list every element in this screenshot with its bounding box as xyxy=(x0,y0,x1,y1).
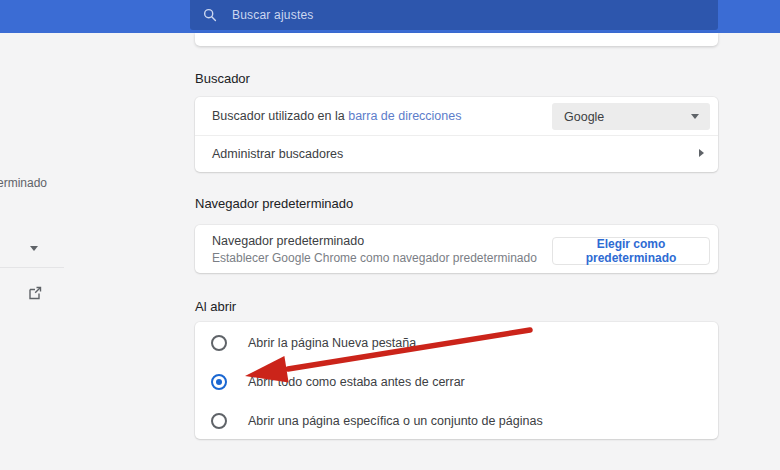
settings-search-input[interactable]: Buscar ajustes xyxy=(190,0,718,30)
section-title-search-engine: Buscador xyxy=(195,71,250,86)
startup-option-new-tab[interactable]: Abrir la página Nueva pestaña xyxy=(195,323,718,362)
open-in-new-icon[interactable] xyxy=(27,285,43,301)
chevron-right-icon xyxy=(699,149,704,157)
search-engine-card: Buscador utilizado en la barra de direcc… xyxy=(195,97,718,172)
search-engine-row: Buscador utilizado en la barra de direcc… xyxy=(195,97,718,135)
section-title-default-browser: Navegador predeterminado xyxy=(195,196,353,211)
radio-button[interactable] xyxy=(211,374,227,390)
default-browser-subtitle: Establecer Google Chrome como navegador … xyxy=(212,251,537,265)
default-browser-card: Navegador predeterminado Establecer Goog… xyxy=(195,225,718,273)
default-browser-title: Navegador predeterminado xyxy=(212,234,364,248)
search-engine-row-text: Buscador utilizado en la barra de direcc… xyxy=(212,109,461,123)
radio-button[interactable] xyxy=(211,335,227,351)
startup-option-specific-pages[interactable]: Abrir una página específica o un conjunt… xyxy=(195,401,718,440)
search-engine-dropdown-value: Google xyxy=(564,110,604,124)
manage-search-engines-row[interactable]: Administrar buscadores xyxy=(195,136,718,172)
settings-header-bar: Buscar ajustes xyxy=(0,0,780,33)
startup-option-label: Abrir una página específica o un conjunt… xyxy=(248,414,543,428)
startup-option-label: Abrir todo como estaba antes de cerrar xyxy=(248,375,465,389)
dropdown-caret-icon xyxy=(691,114,699,119)
startup-option-label: Abrir la página Nueva pestaña xyxy=(248,336,416,350)
startup-option-continue[interactable]: Abrir todo como estaba antes de cerrar xyxy=(195,362,718,401)
search-placeholder-text: Buscar ajustes xyxy=(232,8,314,22)
sidebar-item-partial-label[interactable]: erminado xyxy=(0,176,47,190)
radio-button[interactable] xyxy=(211,413,227,429)
search-icon xyxy=(203,8,217,22)
make-default-button[interactable]: Elegir como predeterminado xyxy=(552,237,710,265)
previous-card-fragment xyxy=(195,33,718,46)
sidebar-divider xyxy=(0,267,64,268)
search-engine-dropdown[interactable]: Google xyxy=(552,103,710,130)
chevron-down-icon[interactable] xyxy=(30,246,38,251)
section-title-on-startup: Al abrir xyxy=(195,299,236,314)
on-startup-card: Abrir la página Nueva pestaña Abrir todo… xyxy=(195,322,718,439)
manage-search-engines-label: Administrar buscadores xyxy=(212,147,343,161)
address-bar-link[interactable]: barra de direcciones xyxy=(348,109,461,123)
